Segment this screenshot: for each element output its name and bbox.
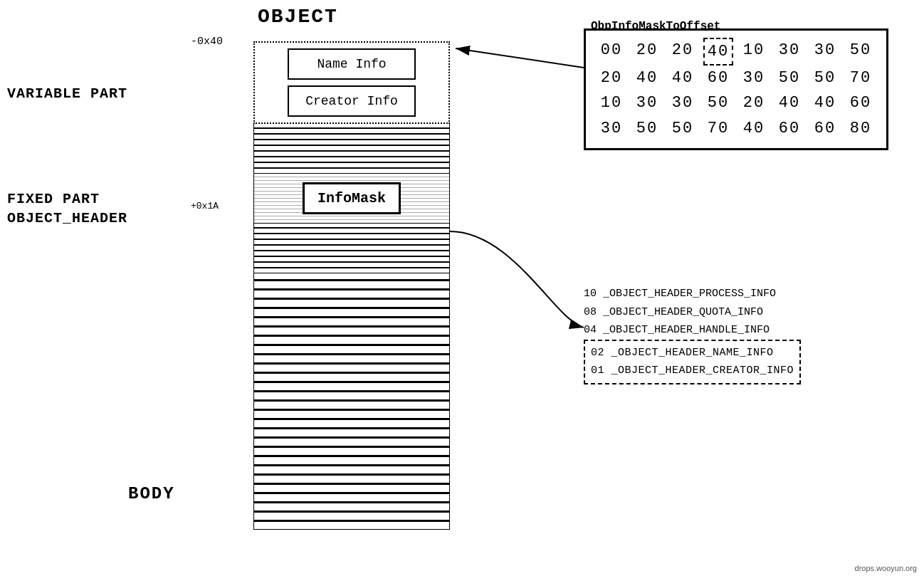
name-info-box: Name Info bbox=[288, 48, 416, 80]
obp-cell: 10 bbox=[597, 90, 626, 115]
obp-cell: 40 bbox=[810, 90, 840, 115]
obp-cell: 30 bbox=[810, 38, 840, 66]
obp-cell: 30 bbox=[597, 116, 626, 141]
fixed-part-lower-stripes bbox=[253, 224, 450, 273]
obp-cell: 20 bbox=[597, 66, 626, 90]
body-label: BODY bbox=[128, 484, 175, 503]
obp-cell: 20 bbox=[632, 38, 662, 66]
obp-cell: 40 bbox=[703, 38, 733, 66]
obp-cell: 30 bbox=[739, 66, 769, 90]
obp-table-row: 0020204010303050 bbox=[597, 38, 876, 66]
obp-cell: 60 bbox=[810, 116, 840, 141]
obp-table-row: 1030305020404060 bbox=[597, 90, 876, 115]
obp-cell: 40 bbox=[668, 66, 698, 90]
variable-part-section: Name Info Creator Info bbox=[253, 41, 450, 124]
variable-part-label: VARIABLE PART bbox=[7, 85, 127, 102]
flag-creator-info: 01 _OBJECT_HEADER_CREATOR_INFO bbox=[591, 362, 794, 380]
obp-cell: 30 bbox=[668, 90, 698, 115]
obp-cell: 60 bbox=[846, 90, 876, 115]
obp-cell: 50 bbox=[703, 90, 733, 115]
obp-cell: 40 bbox=[739, 116, 769, 141]
info-flags-bordered: 02 _OBJECT_HEADER_NAME_INFO 01 _OBJECT_H… bbox=[584, 340, 801, 384]
object-header-label: OBJECT_HEADER bbox=[7, 210, 127, 226]
obp-cell: 50 bbox=[668, 116, 698, 141]
obp-table-container: 0020204010303050204040603050507010303050… bbox=[584, 28, 888, 150]
obp-cell: 30 bbox=[775, 38, 804, 66]
obp-cell: 70 bbox=[703, 116, 733, 141]
flag-quota-info: 08 _OBJECT_HEADER_QUOTA_INFO bbox=[584, 303, 801, 322]
obp-table-row: 2040406030505070 bbox=[597, 66, 876, 90]
fixed-part-upper-stripes bbox=[253, 124, 450, 174]
obp-cell: 30 bbox=[632, 90, 662, 115]
plus0x1A-label: +0x1A bbox=[191, 201, 219, 211]
obp-cell: 00 bbox=[597, 38, 626, 66]
infomask-section: InfoMask bbox=[253, 174, 450, 224]
obp-cell: 40 bbox=[775, 90, 804, 115]
creator-info-box: Creator Info bbox=[288, 85, 416, 117]
info-flags-no-border: 10 _OBJECT_HEADER_PROCESS_INFO 08 _OBJEC… bbox=[584, 285, 801, 340]
flag-process-info: 10 _OBJECT_HEADER_PROCESS_INFO bbox=[584, 285, 801, 303]
credit-text: drops.wooyun.org bbox=[855, 564, 917, 572]
obp-table: 0020204010303050204040603050507010303050… bbox=[597, 38, 876, 141]
obp-cell: 70 bbox=[846, 66, 876, 90]
object-title: OBJECT bbox=[258, 6, 338, 28]
flag-name-info: 02 _OBJECT_HEADER_NAME_INFO bbox=[591, 344, 794, 362]
obp-cell: 60 bbox=[703, 66, 733, 90]
flag-handle-info: 04 _OBJECT_HEADER_HANDLE_INFO bbox=[584, 321, 801, 340]
obp-cell: 10 bbox=[739, 38, 769, 66]
obp-table-row: 3050507040606080 bbox=[597, 116, 876, 141]
obp-cell: 20 bbox=[668, 38, 698, 66]
obp-cell: 50 bbox=[632, 116, 662, 141]
obp-cell: 80 bbox=[846, 116, 876, 141]
obp-cell: 40 bbox=[632, 66, 662, 90]
obp-cell: 50 bbox=[846, 38, 876, 66]
info-flags-text: 02 _OBJECT_HEADER_NAME_INFO 01 _OBJECT_H… bbox=[591, 344, 794, 380]
fixed-part-label: FIXED PART bbox=[7, 191, 100, 207]
object-column: Name Info Creator Info InfoMask bbox=[253, 41, 450, 530]
neg0x40-label: -0x40 bbox=[191, 36, 223, 48]
info-flags-container: 10 _OBJECT_HEADER_PROCESS_INFO 08 _OBJEC… bbox=[584, 285, 801, 384]
infomask-box: InfoMask bbox=[303, 182, 401, 214]
body-section bbox=[253, 273, 450, 530]
obp-cell: 50 bbox=[810, 66, 840, 90]
obp-cell: 60 bbox=[775, 116, 804, 141]
obp-cell: 20 bbox=[739, 90, 769, 115]
obp-cell: 50 bbox=[775, 66, 804, 90]
